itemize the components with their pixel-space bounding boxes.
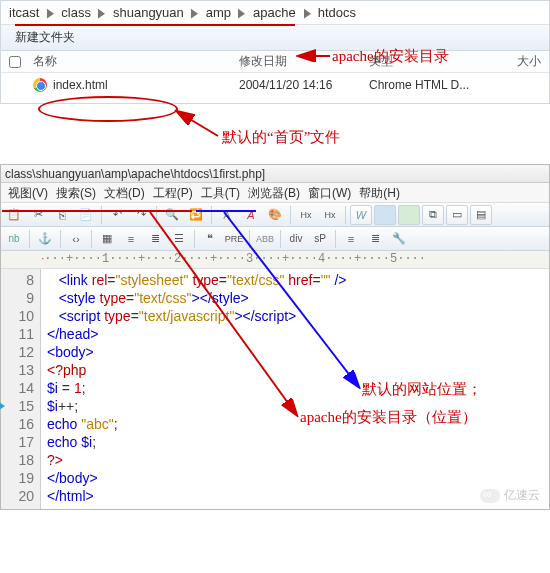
crumb-1[interactable]: class bbox=[59, 5, 93, 20]
menu-document[interactable]: 文档(D) bbox=[101, 185, 148, 200]
line-number: 12 bbox=[1, 343, 34, 361]
separator bbox=[194, 230, 195, 248]
quote-icon[interactable]: ❝ bbox=[199, 229, 221, 249]
div-icon[interactable]: div bbox=[285, 229, 307, 249]
cut-icon[interactable]: ✂ bbox=[27, 205, 49, 225]
code-text[interactable]: <link rel="stylesheet" type="text/css" h… bbox=[41, 269, 347, 509]
chevron-right-icon: ▶ bbox=[300, 5, 313, 20]
angle-icon[interactable]: ‹› bbox=[65, 229, 87, 249]
menu-browser[interactable]: 浏览器(B) bbox=[245, 185, 303, 200]
separator bbox=[91, 230, 92, 248]
font-inc-icon[interactable]: A bbox=[240, 205, 262, 225]
separator bbox=[290, 206, 291, 224]
line-number: 10 bbox=[1, 307, 34, 325]
editor-title-bar: class\shuangyuan\amp\apache\htdocs\1firs… bbox=[1, 165, 549, 183]
explorer-toolbar: 新建文件夹 bbox=[1, 25, 549, 51]
layers-icon[interactable]: ▦ bbox=[96, 229, 118, 249]
cloud-icon bbox=[480, 489, 500, 503]
sp-icon[interactable]: sP bbox=[309, 229, 331, 249]
line-number: 14 bbox=[1, 379, 34, 397]
align-left-icon[interactable]: ≡ bbox=[120, 229, 142, 249]
header-type[interactable]: 类型 bbox=[369, 53, 489, 70]
align-right-icon[interactable]: ☰ bbox=[168, 229, 190, 249]
pre-icon[interactable]: PRE bbox=[223, 229, 245, 249]
menu-search[interactable]: 搜索(S) bbox=[53, 185, 99, 200]
chevron-right-icon: ▶ bbox=[236, 5, 249, 20]
line-number: 11 bbox=[1, 325, 34, 343]
crumb-2[interactable]: shuangyuan bbox=[111, 5, 186, 20]
hx-icon[interactable]: Hx bbox=[295, 205, 317, 225]
box-green-icon[interactable] bbox=[398, 205, 420, 225]
select-all-checkbox[interactable] bbox=[1, 56, 29, 68]
new-folder-button[interactable]: 新建文件夹 bbox=[9, 27, 81, 48]
font-dec-icon[interactable]: A bbox=[216, 205, 238, 225]
separator bbox=[156, 206, 157, 224]
w-icon[interactable]: W bbox=[350, 205, 372, 225]
header-date[interactable]: 修改日期 bbox=[239, 53, 369, 70]
nb-icon[interactable]: nb bbox=[3, 229, 25, 249]
box3-icon[interactable]: ▭ bbox=[446, 205, 468, 225]
line-number: 17 bbox=[1, 433, 34, 451]
file-name: index.html bbox=[53, 78, 108, 92]
code-area[interactable]: 8 9 10 11 12 13 14 15 16 17 18 19 20 <li… bbox=[1, 269, 549, 509]
menu-help[interactable]: 帮助(H) bbox=[356, 185, 403, 200]
separator bbox=[249, 230, 250, 248]
line-number: 20 bbox=[1, 487, 34, 505]
box4-icon[interactable]: ▤ bbox=[470, 205, 492, 225]
menu-window[interactable]: 窗口(W) bbox=[305, 185, 354, 200]
menu-view[interactable]: 视图(V) bbox=[5, 185, 51, 200]
chevron-right-icon: ▶ bbox=[44, 5, 57, 20]
watermark: 亿速云 bbox=[480, 487, 540, 504]
watermark-text: 亿速云 bbox=[504, 487, 540, 504]
undo-icon[interactable]: ↶ bbox=[106, 205, 128, 225]
chrome-icon bbox=[33, 78, 47, 92]
file-explorer: itcast▶ class▶ shuangyuan▶ amp▶ apache▶ … bbox=[0, 0, 550, 104]
line-gutter: 8 9 10 11 12 13 14 15 16 17 18 19 20 bbox=[1, 269, 41, 509]
copy-icon[interactable]: ⎘ bbox=[51, 205, 73, 225]
line-number: 15 bbox=[1, 397, 34, 415]
paste-icon[interactable]: 📋 bbox=[3, 205, 25, 225]
line-number: 18 bbox=[1, 451, 34, 469]
annotation-underline bbox=[15, 24, 295, 26]
anchor-icon[interactable]: ⚓ bbox=[34, 229, 56, 249]
file-row[interactable]: index.html 2004/11/20 14:16 Chrome HTML … bbox=[1, 73, 549, 97]
abbr-icon[interactable]: ABB bbox=[254, 229, 276, 249]
crumb-0[interactable]: itcast bbox=[7, 5, 41, 20]
hx2-icon[interactable]: Hx bbox=[319, 205, 341, 225]
crumb-3[interactable]: amp bbox=[204, 5, 233, 20]
editor-menu-bar: 视图(V) 搜索(S) 文档(D) 工程(P) 工具(T) 浏览器(B) 窗口(… bbox=[1, 183, 549, 203]
align-center-icon[interactable]: ≣ bbox=[144, 229, 166, 249]
box-blue-icon[interactable] bbox=[374, 205, 396, 225]
color-icon[interactable]: 🎨 bbox=[264, 205, 286, 225]
replace-icon[interactable]: 🔁 bbox=[185, 205, 207, 225]
separator bbox=[345, 206, 346, 224]
line-number: 19 bbox=[1, 469, 34, 487]
tool-icon[interactable]: 🔧 bbox=[388, 229, 410, 249]
menu-tools[interactable]: 工具(T) bbox=[198, 185, 243, 200]
menu-project[interactable]: 工程(P) bbox=[150, 185, 196, 200]
breadcrumb[interactable]: itcast▶ class▶ shuangyuan▶ amp▶ apache▶ … bbox=[1, 1, 549, 25]
chevron-right-icon: ▶ bbox=[189, 5, 202, 20]
crumb-5[interactable]: htdocs bbox=[316, 5, 358, 20]
editor-file-path: class\shuangyuan\amp\apache\htdocs\1firs… bbox=[5, 167, 265, 181]
separator bbox=[335, 230, 336, 248]
header-size[interactable]: 大小 bbox=[489, 53, 549, 70]
crumb-4[interactable]: apache bbox=[251, 5, 298, 20]
bars2-icon[interactable]: ≣ bbox=[364, 229, 386, 249]
bars-icon[interactable]: ≡ bbox=[340, 229, 362, 249]
redo-icon[interactable]: ↷ bbox=[130, 205, 152, 225]
editor-ruler: ····+····1····+····2····+····3····+····4… bbox=[1, 251, 549, 269]
clipboard-icon[interactable]: 📄 bbox=[75, 205, 97, 225]
editor-toolbar-1: 📋 ✂ ⎘ 📄 ↶ ↷ 🔍 🔁 A A 🎨 Hx Hx W ⧉ ▭ ▤ bbox=[1, 203, 549, 227]
svg-line-1 bbox=[178, 112, 218, 136]
line-number: 16 bbox=[1, 415, 34, 433]
find-icon[interactable]: 🔍 bbox=[161, 205, 183, 225]
header-name[interactable]: 名称 bbox=[29, 53, 239, 70]
chevron-right-icon: ▶ bbox=[96, 5, 109, 20]
file-date: 2004/11/20 14:16 bbox=[239, 78, 369, 92]
code-editor: class\shuangyuan\amp\apache\htdocs\1firs… bbox=[0, 164, 550, 510]
editor-toolbar-2: nb ⚓ ‹› ▦ ≡ ≣ ☰ ❝ PRE ABB div sP ≡ ≣ 🔧 bbox=[1, 227, 549, 251]
annotation-underline-blue bbox=[196, 210, 256, 212]
annotation-underline-red bbox=[2, 210, 192, 212]
copy2-icon[interactable]: ⧉ bbox=[422, 205, 444, 225]
